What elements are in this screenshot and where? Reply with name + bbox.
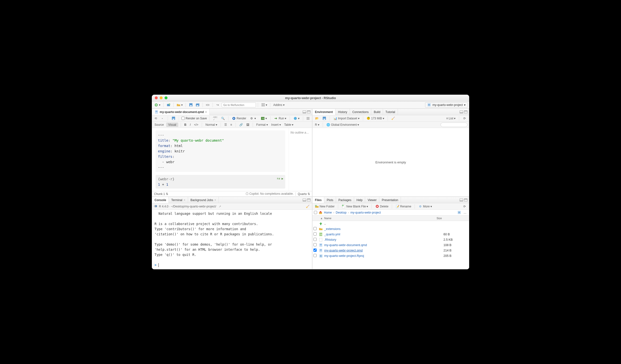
open-folder-icon[interactable]: ↗ (218, 204, 222, 209)
code-button[interactable]: </> (193, 123, 199, 127)
new-folder-button[interactable]: New Folder (314, 204, 335, 209)
table-menu[interactable]: Table ▾ (283, 123, 294, 127)
memory-indicator[interactable]: 173 MiB ▾ (366, 116, 385, 121)
file-link[interactable]: _extensions (324, 227, 341, 231)
new-project-button[interactable] (166, 102, 172, 107)
nav-back-button[interactable]: ⟲ (154, 116, 158, 121)
import-dataset-button[interactable]: 📊Import Dataset ▾ (332, 116, 361, 121)
scope-env-dropdown[interactable]: 🌐Global Environment ▾ (326, 122, 360, 127)
file-row[interactable]: YML_quarto.yml60 B (312, 232, 469, 237)
file-link[interactable]: my-quarto-webr-document.qmd (324, 243, 367, 247)
rename-button[interactable]: 📝Rename (395, 204, 412, 209)
minimize-pane-icon[interactable] (460, 111, 463, 113)
sort-arrow-icon[interactable]: ▲ (319, 217, 324, 220)
crumb-desktop[interactable]: Desktop (336, 211, 346, 214)
format-menu[interactable]: Format ▾ (255, 123, 269, 127)
link-button[interactable]: 🔗 (238, 123, 244, 127)
addins-button[interactable]: Addins ▾ (272, 103, 286, 107)
tab-presentation[interactable]: Presentation (379, 197, 401, 203)
close-tab-icon[interactable]: × (205, 110, 207, 114)
minimize-icon[interactable] (160, 96, 163, 99)
crumb-project[interactable]: my-quarto-webr-project (350, 211, 381, 214)
language-indicator[interactable]: Quarto ⇅ (295, 192, 310, 196)
view-source-button[interactable]: Source (154, 123, 165, 127)
code-chunk[interactable]: ⬇≡ ▶ {webr-r} 1 + 1 (155, 175, 285, 189)
numbers-button[interactable]: ≡ (229, 123, 233, 127)
save-workspace-button[interactable] (321, 116, 327, 121)
tab-connections[interactable]: Connections (350, 109, 371, 115)
file-link[interactable]: .Rhistory (324, 238, 336, 241)
select-all-checkbox[interactable] (314, 211, 317, 214)
italic-button[interactable]: I (189, 123, 191, 127)
maximize-pane-icon[interactable] (307, 199, 310, 201)
open-file-button[interactable]: ▾ (175, 102, 184, 107)
yaml-frontmatter[interactable]: --- title: title: "My quarto-webr docume… (155, 130, 285, 172)
clear-workspace-button[interactable]: 🧹 (390, 116, 396, 121)
insert-chunk-button[interactable]: +c▾ (260, 116, 268, 121)
rproj-icon[interactable]: R (457, 211, 461, 215)
file-link[interactable]: _quarto.yml (324, 233, 340, 236)
print-button[interactable] (205, 102, 211, 107)
load-workspace-button[interactable]: 📂 (314, 116, 320, 121)
new-blank-file-button[interactable]: New Blank File ▾ (341, 204, 369, 209)
file-checkbox[interactable] (313, 254, 317, 257)
minimize-pane-icon[interactable] (303, 111, 306, 113)
render-settings-button[interactable]: ⚙▾ (249, 116, 257, 121)
tab-packages[interactable]: Packages (336, 197, 354, 203)
chunk-selector[interactable]: Chunk 1 ⇅ (154, 192, 168, 196)
file-checkbox[interactable] (313, 249, 317, 252)
view-visual-button[interactable]: Visual (166, 123, 178, 127)
console-output[interactable]: Natural language support but running in … (152, 210, 312, 269)
tab-tutorial[interactable]: Tutorial (383, 109, 398, 115)
grid-button[interactable]: ▾ (260, 102, 268, 107)
close-icon[interactable] (155, 96, 158, 99)
bullets-button[interactable]: ☰ (223, 123, 228, 127)
tab-jobs[interactable]: Background Jobs × (188, 197, 219, 203)
tab-plots[interactable]: Plots (324, 197, 336, 203)
refresh-button[interactable]: ⟳ (462, 116, 467, 121)
file-checkbox[interactable] (313, 243, 317, 246)
more-crumb-button[interactable]: … (463, 210, 467, 215)
publish-button[interactable]: ▾ (292, 116, 300, 121)
source-tab[interactable]: my-quarto-webr-document.qmd × (152, 109, 210, 115)
minimize-pane-icon[interactable] (460, 199, 463, 201)
insert-menu[interactable]: Insert ▾ (270, 123, 282, 127)
file-row[interactable]: .Rhistory2.5 KB (312, 237, 469, 242)
tab-files[interactable]: Files (312, 197, 324, 203)
file-row[interactable]: my-quarto-webr-document.qmd108 B (312, 242, 469, 248)
file-checkbox[interactable] (313, 238, 317, 241)
render-button[interactable]: Render (231, 116, 247, 121)
file-row[interactable]: _extensions (312, 226, 469, 232)
tab-terminal[interactable]: Terminal × (169, 197, 188, 203)
delete-button[interactable]: Delete (374, 204, 389, 209)
tab-build[interactable]: Build (371, 109, 383, 115)
goto-input[interactable] (222, 102, 256, 107)
tab-environment[interactable]: Environment (312, 109, 335, 115)
refresh-files-button[interactable]: ⟳ (462, 204, 467, 209)
more-button[interactable]: ⚙More ▾ (417, 204, 433, 209)
run-button[interactable]: Run▾ (273, 116, 287, 121)
tab-console[interactable]: Console (152, 197, 169, 203)
tab-viewer[interactable]: Viewer (365, 197, 379, 203)
tab-help[interactable]: Help (354, 197, 365, 203)
file-row[interactable]: .. (312, 221, 469, 226)
bold-button[interactable]: B (183, 123, 188, 127)
minimize-pane-icon[interactable] (303, 199, 306, 201)
crumb-home[interactable]: Home (324, 211, 332, 214)
file-row[interactable]: my-quarto-webr-project.qmd214 B (312, 248, 469, 253)
scope-lang-dropdown[interactable]: R ▾ (314, 123, 320, 127)
maximize-pane-icon[interactable] (464, 199, 467, 201)
maximize-pane-icon[interactable] (464, 111, 467, 113)
project-selector[interactable]: R my-quarto-webr-project▾ (425, 102, 468, 108)
save-all-button[interactable] (195, 102, 201, 107)
render-on-save-checkbox[interactable]: Render on Save (181, 117, 207, 120)
save-doc-button[interactable] (171, 116, 176, 121)
outline-toggle-button[interactable] (306, 116, 310, 120)
clear-console-button[interactable]: 🧹 (305, 204, 310, 209)
file-checkbox[interactable] (313, 227, 317, 230)
zoom-icon[interactable] (165, 96, 168, 99)
env-search-input[interactable] (441, 123, 467, 127)
format-dropdown[interactable]: Normal ▾ (205, 123, 218, 127)
find-button[interactable]: 🔍 (220, 116, 226, 121)
editor[interactable]: --- title: title: "My quarto-webr docume… (152, 128, 289, 191)
